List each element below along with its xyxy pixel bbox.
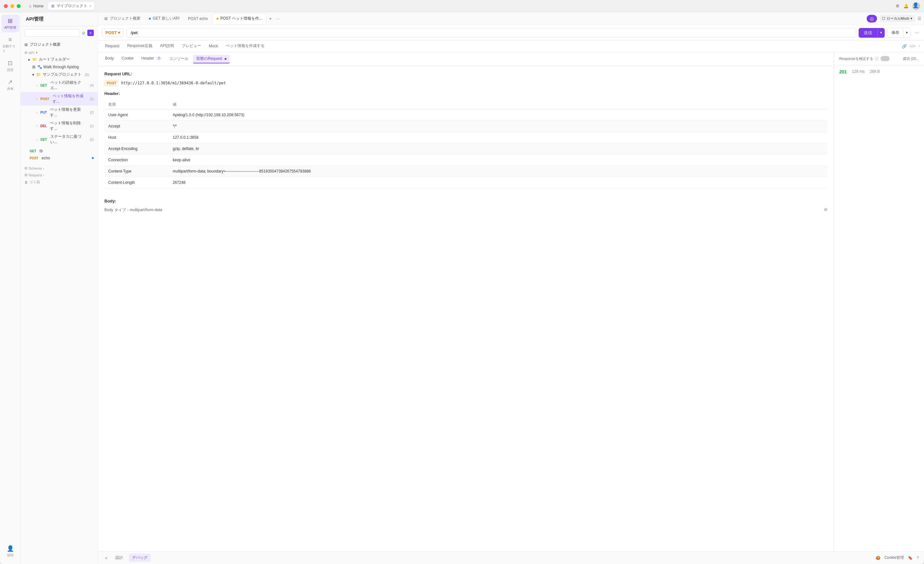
sidebar-item-settings[interactable]: ⊡ 設定 [1, 57, 20, 75]
response-size: 268 B [870, 69, 880, 74]
nav-walkthrough[interactable]: ⊞ 🐾 Walk through Apidog [21, 63, 98, 70]
response-panel: Responseを検証する ⓘ 成功 (20... 201 128 ms 268… [834, 52, 924, 551]
maximize-button[interactable] [17, 4, 21, 8]
project-tab-label: マイプロジェクト [56, 3, 87, 9]
bottom-bar-left: « 設計 デバッグ [103, 554, 151, 562]
sub-tab-label-3: プレビュー [182, 43, 201, 48]
header-value-0: Apidog/1.0.0 (http://192.168.10.208:5673… [169, 109, 827, 121]
checkbox-icon: ☐ [882, 16, 885, 21]
nav-request-section[interactable]: ⊞ Request › [21, 171, 98, 178]
sidebar-item-api[interactable]: ⊞ API管理 [1, 15, 20, 33]
sidebar-item-autotest[interactable]: ≡ 自動テスト [1, 34, 20, 56]
sub-tab-api-desc[interactable]: API説明 [157, 41, 177, 51]
nav-item-post-pet[interactable]: › POST ペット情報を作成す... (1) [21, 92, 98, 106]
nav-item-del-pet[interactable]: › DEL ペット情報を削除す... (1) [21, 119, 98, 133]
nav-header: API管理 [21, 12, 98, 26]
settings-nav-icon: ⊡ [8, 60, 13, 67]
nav-item-badge-1: (1) [90, 97, 94, 101]
tab-project-overview[interactable]: ⊞ プロジェクト概要 [100, 14, 144, 23]
sidebar-item-invite[interactable]: 👤 招待 [1, 542, 20, 560]
echo-dot [92, 157, 94, 159]
sub-tab-response-def[interactable]: Response定義 [124, 41, 156, 51]
nav-item-post-echo[interactable]: POST echo [21, 154, 98, 162]
nav-sample-count: (5) [85, 73, 89, 76]
header-row-5: Content-Type multipart/form-data; bounda… [104, 166, 827, 177]
tab-more-button[interactable]: ··· [274, 15, 282, 22]
more-options-button[interactable]: ··· [914, 28, 920, 37]
save-button[interactable]: 保存 ▾ [887, 28, 911, 38]
tab-post-pet[interactable]: POST ペット情報を作... [212, 13, 267, 24]
body-title: Body: [104, 199, 827, 203]
nav-project-overview[interactable]: ⊞ プロジェクト概要 [21, 40, 98, 49]
nav-sample-project[interactable]: ▾ 📁 サンプルプロジェクト (5) [21, 70, 98, 79]
help-icon[interactable]: ? [916, 556, 919, 560]
bookmark-icon[interactable]: 🔖 [908, 556, 913, 560]
mock-toggle[interactable]: ☐ ローカルMock ▾ [879, 15, 915, 22]
project-tab[interactable]: ⊞ マイプロジェクト × [48, 2, 94, 10]
nav-search-input[interactable] [24, 29, 80, 37]
share-icon2[interactable]: ↑ [918, 44, 921, 49]
sub-tab-pet[interactable]: ペット情報を作成する [223, 41, 268, 51]
req-tab-label-cookie: Cookie [122, 56, 134, 60]
nav-trash-section[interactable]: 🗑 ゴミ箱 [21, 178, 98, 185]
minimize-button[interactable] [10, 4, 14, 8]
code-icon[interactable]: </> [909, 44, 916, 49]
sidebar-item-share[interactable]: ↗ 共有 [1, 76, 20, 94]
collapse-button[interactable]: « [103, 555, 110, 561]
req-tab-console[interactable]: コンソール [166, 55, 192, 63]
bell-icon[interactable]: 🔔 [903, 3, 909, 8]
req-tab-body[interactable]: Body [102, 55, 117, 63]
save-label: 保存 [888, 28, 903, 37]
nav-item-get-tb[interactable]: GET tb [21, 147, 98, 154]
settings-icon[interactable]: ⚙ [896, 3, 900, 8]
sub-tab-bar: Request Response定義 API説明 プレビュー Mock ペット情… [98, 40, 924, 52]
req-tab-label-console: コンソール [169, 56, 189, 61]
table-icon: ⊞ [24, 42, 28, 47]
bottom-tab-design[interactable]: 設計 [112, 554, 126, 562]
send-dropdown[interactable]: ▾ [877, 28, 885, 37]
filter-icon[interactable]: ⊘ [82, 31, 86, 35]
validate-toggle-switch[interactable] [880, 56, 890, 61]
avatar[interactable]: 👤 [912, 2, 920, 10]
nav-root-folder[interactable]: ▸ 📁 ルートフォルダー [21, 55, 98, 63]
cookie-icon: 🍪 [876, 556, 880, 560]
method-selector[interactable]: POST ▾ [102, 28, 124, 37]
req-tab-cookie[interactable]: Cookie [118, 55, 136, 63]
mock-label: ローカルMock [886, 16, 909, 21]
link-icon[interactable]: 🔗 [902, 44, 907, 49]
add-icon[interactable]: + [87, 30, 94, 36]
sub-tab-mock[interactable]: Mock [206, 42, 221, 51]
sub-tab-preview[interactable]: プレビュー [178, 41, 204, 51]
grid-icon[interactable]: ⊞ [824, 207, 827, 212]
send-button[interactable]: 送信 ▾ [859, 28, 885, 38]
req-tab-actual[interactable]: 実際のRequest [193, 55, 230, 63]
tab-bar: ⊞ プロジェクト概要 GET 新しいAPI POST echo POST ペット… [98, 12, 924, 25]
tab-add-button[interactable]: + [267, 15, 274, 23]
nav-walkthrough-label: 🐾 Walk through Apidog [38, 65, 79, 69]
nav-walkthrough-icon: ⊞ [32, 65, 36, 69]
nav-item-get-status[interactable]: › GET ステータスに基づい... (2) [21, 133, 98, 146]
nav-item-put-pet[interactable]: › PUT ペット情報を更新す... (2) [21, 106, 98, 119]
close-button[interactable] [4, 4, 8, 8]
project-tab-close[interactable]: × [89, 4, 91, 8]
home-tab[interactable]: ⌂ Home [26, 3, 47, 10]
bottom-tab-debug[interactable]: デバッグ [129, 554, 151, 562]
nav-item-get-pet[interactable]: › GET ペットの詳細をクエ... (4) [21, 79, 98, 92]
chevron-down-icon: ▾ [36, 51, 38, 55]
hamburger-icon[interactable]: ☰ [918, 16, 921, 21]
api-icon: ⊞ [8, 17, 13, 24]
tab-post-echo[interactable]: POST echo [184, 15, 212, 23]
req-tab-header[interactable]: Header 7 [138, 55, 165, 63]
request-bar: POST ▾ 送信 ▾ 保存 ▾ ··· [98, 25, 924, 40]
method-badge-post: POST [39, 97, 50, 101]
save-dropdown[interactable]: ▾ [903, 28, 910, 37]
url-input[interactable] [126, 28, 856, 37]
tab-get-new-api[interactable]: GET 新しいAPI [145, 14, 183, 23]
nav-api-section[interactable]: ⊞ API ▾ [21, 49, 98, 55]
tab-label-0: プロジェクト概要 [110, 16, 141, 21]
sub-tab-request[interactable]: Request [102, 42, 123, 51]
cookie-label[interactable]: Cookie管理 [884, 555, 904, 561]
tab-dot-blue [149, 18, 151, 19]
nav-schema-section[interactable]: ⊞ Schema › [21, 164, 98, 171]
body-type: Body タイプ：multipart/form-data ⊞ [104, 207, 827, 213]
